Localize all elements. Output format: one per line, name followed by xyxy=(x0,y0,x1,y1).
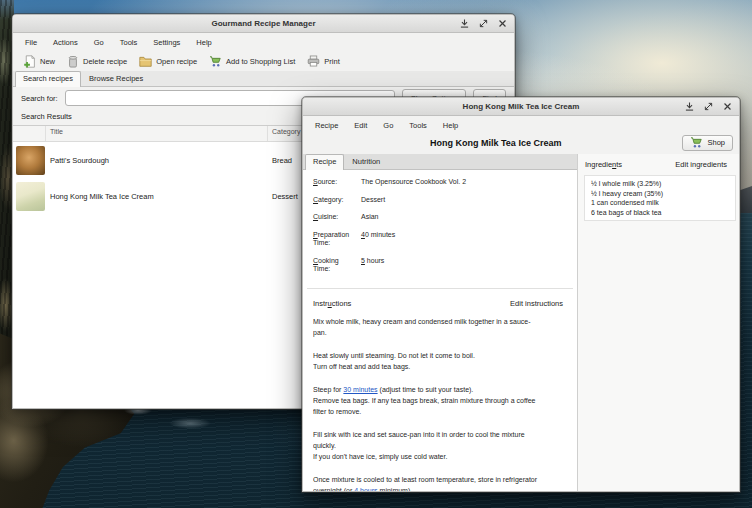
recipe-manager-titlebar[interactable]: Gourmand Recipe Manager xyxy=(13,15,514,33)
menu-item-settings[interactable]: Settings xyxy=(145,36,188,49)
column-thumbnail[interactable] xyxy=(13,126,46,141)
maximize-icon[interactable] xyxy=(479,19,488,28)
toolbar-label: New xyxy=(40,57,55,66)
recipe-card-tabs: RecipeNutrition xyxy=(303,154,577,170)
recipe-details: Source:The Opensource Cookbook Vol. 2Cat… xyxy=(303,170,577,491)
field-value: Asian xyxy=(361,213,565,222)
field-label-cuisine: Cuisine: xyxy=(313,213,353,222)
instruction-paragraph: Mix whole milk, heavy cream and condense… xyxy=(313,316,565,338)
instructions-header-row: Instructions Edit instructions xyxy=(303,289,577,312)
printer-icon xyxy=(307,55,320,67)
column-title[interactable]: Title xyxy=(46,126,268,141)
recipe-manager-tabs: Search recipesBrowse Recipes xyxy=(13,71,514,87)
instruction-line: pan. xyxy=(313,327,565,338)
window-controls xyxy=(460,15,507,32)
instructions-text: Mix whole milk, heavy cream and condense… xyxy=(303,312,577,492)
recipe-fields: Source:The Opensource Cookbook Vol. 2Cat… xyxy=(303,170,577,278)
recipe-card-menubar: RecipeEditGoToolsHelp xyxy=(303,116,739,134)
toolbar-open-recipe[interactable]: Open recipe xyxy=(134,54,202,68)
close-icon[interactable] xyxy=(723,102,732,111)
toolbar-print[interactable]: Print xyxy=(302,54,344,68)
ingredient-item[interactable]: 1 can condensed milk xyxy=(591,198,729,208)
ingredients-header: Ingredients xyxy=(585,160,622,169)
minimize-icon[interactable] xyxy=(460,19,469,28)
recipe-card-body: RecipeNutrition Source:The Opensource Co… xyxy=(303,154,739,491)
tab-recipe[interactable]: Recipe xyxy=(305,154,344,170)
time-link[interactable]: 4 hours xyxy=(354,487,377,492)
toolbar-label: Print xyxy=(324,57,339,66)
minimize-icon[interactable] xyxy=(685,102,694,111)
ingredients-header-row: Ingredients Edit ingredients xyxy=(578,154,739,174)
ingredient-item[interactable]: ½ l heavy cream (35%) xyxy=(591,189,729,199)
instruction-line: quickly. xyxy=(313,440,565,451)
toolbar-label: Delete recipe xyxy=(83,57,127,66)
bread-photo xyxy=(16,146,45,175)
instruction-paragraph: Steep for 30 minutes (adjust time to sui… xyxy=(313,384,565,417)
menu-item-go[interactable]: Go xyxy=(375,119,401,132)
menu-item-tools[interactable]: Tools xyxy=(401,119,435,132)
menu-item-tools[interactable]: Tools xyxy=(112,36,146,49)
recipe-title: Hong Kong Milk Tea Ice Cream xyxy=(309,138,682,148)
window-title: Gourmand Recipe Manager xyxy=(13,19,514,28)
field-value: Dessert xyxy=(361,196,565,205)
edit-instructions-button[interactable]: Edit instructions xyxy=(506,297,567,310)
cell-title: Patti's Sourdough xyxy=(46,156,268,165)
tab-browse-recipes[interactable]: Browse Recipes xyxy=(81,71,151,86)
instruction-paragraph: Fill sink with ice and set sauce-pan int… xyxy=(313,429,565,462)
instruction-line: Turn off heat and add tea bags. xyxy=(313,361,565,372)
ice-cream-photo xyxy=(16,182,45,211)
menu-item-recipe[interactable]: Recipe xyxy=(307,119,346,132)
instruction-line: filter to remove. xyxy=(313,406,565,417)
menu-item-go[interactable]: Go xyxy=(86,36,112,49)
cell-thumbnail xyxy=(13,146,46,175)
folder-icon xyxy=(139,55,152,67)
instruction-line: Mix whole milk, heavy cream and condense… xyxy=(313,316,565,327)
search-for-label: Search for: xyxy=(21,94,58,103)
menu-item-help[interactable]: Help xyxy=(435,119,466,132)
field-label-source: Source: xyxy=(313,178,353,187)
new-icon xyxy=(23,55,36,68)
recipe-left-pane: RecipeNutrition Source:The Opensource Co… xyxy=(303,154,578,491)
menu-item-actions[interactable]: Actions xyxy=(45,36,86,49)
toolbar-label: Open recipe xyxy=(156,57,197,66)
recipe-header-row: Hong Kong Milk Tea Ice Cream Shop xyxy=(303,134,739,154)
cell-title: Hong Kong Milk Tea Ice Cream xyxy=(46,192,268,201)
instruction-line: Steep for 30 minutes (adjust time to sui… xyxy=(313,384,565,395)
ingredients-list: ½ l whole milk (3.25%)½ l heavy cream (3… xyxy=(584,175,736,221)
recipe-manager-toolbar: NewDelete recipeOpen recipeAdd to Shoppi… xyxy=(13,51,514,71)
window-controls xyxy=(685,98,732,115)
close-icon[interactable] xyxy=(498,19,507,28)
window-recipe-card: Hong Kong Milk Tea Ice Cream RecipeEditG… xyxy=(302,97,740,492)
field-value: 5 hours xyxy=(361,257,565,266)
edit-ingredients-button[interactable]: Edit ingredients xyxy=(671,158,731,171)
shop-button[interactable]: Shop xyxy=(682,135,733,151)
instruction-paragraph: Heat slowly until steaming. Do not let i… xyxy=(313,350,565,372)
menu-item-file[interactable]: File xyxy=(17,36,45,49)
field-value: 40 minutes xyxy=(361,231,565,240)
cart-icon xyxy=(690,137,703,148)
tab-search-recipes[interactable]: Search recipes xyxy=(15,71,81,87)
menu-item-edit[interactable]: Edit xyxy=(346,119,375,132)
ingredient-item[interactable]: 6 tea bags of black tea xyxy=(591,208,729,218)
toolbar-label: Add to Shopping List xyxy=(226,57,295,66)
toolbar-add-to-shopping-list[interactable]: Add to Shopping List xyxy=(204,55,300,68)
instruction-line: If you don't have ice, simply use cold w… xyxy=(313,451,565,462)
trash-icon xyxy=(67,55,79,68)
cart-icon xyxy=(209,56,222,67)
toolbar-delete-recipe[interactable]: Delete recipe xyxy=(62,54,132,69)
ingredient-item[interactable]: ½ l whole milk (3.25%) xyxy=(591,179,729,189)
field-label-cooking-time: Cooking Time: xyxy=(313,257,353,274)
tab-nutrition[interactable]: Nutrition xyxy=(344,154,388,169)
menu-item-help[interactable]: Help xyxy=(188,36,219,49)
field-value: The Opensource Cookbook Vol. 2 xyxy=(361,178,565,187)
instruction-paragraph: Once mixture is cooled to at least room … xyxy=(313,474,565,492)
field-label-preparation-time: Preparation Time: xyxy=(313,231,353,248)
time-link[interactable]: 30 minutes xyxy=(343,386,377,393)
field-label-category: Category: xyxy=(313,196,353,205)
cell-thumbnail xyxy=(13,182,46,211)
maximize-icon[interactable] xyxy=(704,102,713,111)
toolbar-new[interactable]: New xyxy=(18,54,60,69)
instruction-line: Remove tea bags. If any tea bags break, … xyxy=(313,395,565,406)
recipe-card-titlebar[interactable]: Hong Kong Milk Tea Ice Cream xyxy=(303,98,739,116)
ingredients-pane: Ingredients Edit ingredients ½ l whole m… xyxy=(578,154,739,491)
